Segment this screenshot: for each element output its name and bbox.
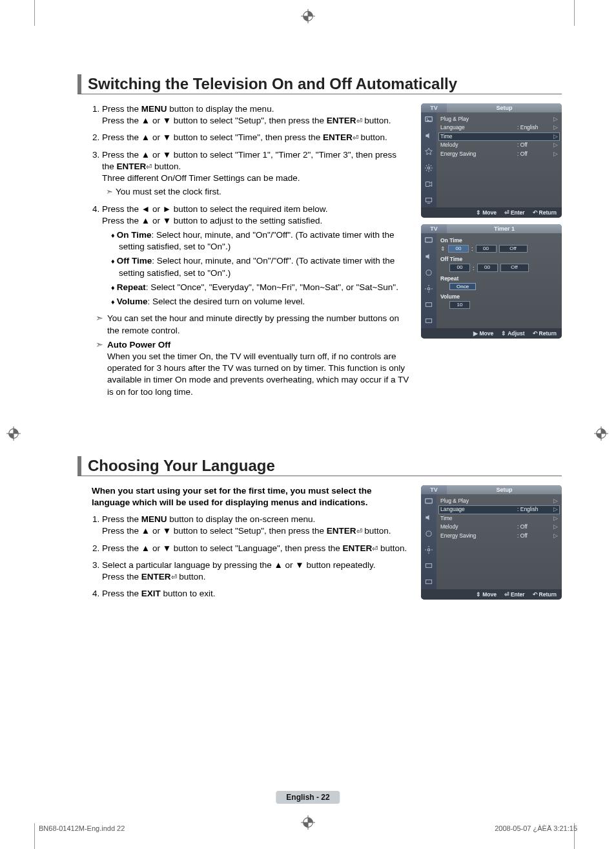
updown-icon: ⇕: [476, 591, 481, 598]
chevron-right-icon: ▷: [553, 532, 558, 540]
return-icon: ↶: [533, 330, 538, 337]
osd-repeat-field: Once: [440, 283, 558, 290]
registration-mark-icon: [301, 9, 315, 23]
osd-volume-field: 10: [440, 301, 558, 309]
picture-icon: [424, 236, 433, 245]
osd-label-off-time: Off Time: [440, 256, 558, 262]
svg-rect-11: [426, 303, 431, 307]
step4-sublist: On Time: Select hour, minute, and "On"/"…: [102, 229, 409, 308]
chevron-right-icon: ▷: [553, 116, 558, 123]
osd-row-energy-saving: Energy Saving: Off▷: [440, 150, 558, 158]
input-icon: [424, 300, 433, 309]
osd-hint-move: ▶Move: [473, 330, 493, 337]
osd-column: TV Setup Plug & Play▷: [421, 103, 562, 398]
updown-icon: ⇕: [501, 330, 506, 337]
sound-icon: [424, 131, 433, 140]
steps-list: Press the MENU button to display the men…: [92, 103, 409, 308]
enter-icon: ⏎: [504, 591, 509, 598]
osd-footer: ⇕Move ⏎Enter ↶Return: [421, 589, 562, 600]
note-direct-entry: ➣You can set the hour and minute directl…: [96, 313, 409, 336]
step-3: Select a particular language by pressing…: [102, 560, 409, 583]
step-3: Press the ▲ or ▼ button to select "Timer…: [102, 149, 409, 198]
osd-footer: ⇕Move ⏎Enter ↶Return: [421, 207, 562, 218]
input-icon: [424, 180, 433, 189]
osd-hint-enter: ⏎Enter: [504, 209, 525, 216]
osd-tv-badge: TV: [421, 224, 447, 233]
step-1: Press the MENU button to display the on-…: [102, 514, 409, 537]
svg-rect-8: [426, 238, 433, 242]
note-arrow-icon: ➣: [96, 339, 103, 351]
osd-hint-return: ↶Return: [533, 330, 557, 337]
instructions-column: When you start using your set for the fi…: [77, 485, 409, 606]
osd-main: Plug & Play▷ Language: English▷ Time▷ Me…: [436, 112, 562, 207]
enter-icon: ⏎: [146, 163, 152, 171]
osd-main: On Time ⇕ 00 : 00 Off Off Time: [436, 233, 562, 328]
svg-point-10: [427, 288, 430, 290]
setup-gear-icon: [424, 163, 433, 173]
enter-icon: ⏎: [171, 573, 177, 581]
section-lead: When you start using your set for the fi…: [92, 485, 409, 508]
osd-panel-title: Setup: [447, 485, 562, 494]
svg-rect-12: [426, 319, 431, 323]
heading-accent-bar: [77, 74, 81, 94]
chevron-right-icon: ▷: [553, 515, 558, 522]
section-heading-row: Choosing Your Language: [77, 456, 562, 476]
osd-footer: ▶Move ⇕Adjust ↶Return: [421, 328, 562, 339]
osd-onoff-value: Off: [500, 264, 529, 271]
support-icon: [424, 196, 433, 205]
osd-row-time: Time▷: [440, 514, 558, 523]
svg-point-14: [426, 531, 431, 536]
svg-point-9: [426, 270, 431, 275]
chevron-right-icon: ▷: [553, 498, 558, 505]
osd-sidebar: [421, 233, 436, 328]
osd-column: TV Setup Plug & Play▷: [421, 485, 562, 606]
steps-list: Press the MENU button to display the on-…: [92, 514, 409, 600]
svg-point-6: [427, 167, 430, 169]
enter-icon: ⏎: [356, 117, 362, 125]
crop-mark: [34, 823, 35, 849]
svg-rect-13: [426, 499, 433, 503]
step-1: Press the MENU button to display the men…: [102, 103, 409, 127]
osd-hint-return: ↶Return: [533, 209, 557, 216]
section-title: Switching the Television On and Off Auto…: [88, 75, 457, 93]
enter-icon: ⏎: [353, 134, 358, 142]
svg-point-15: [427, 549, 430, 551]
osd-row-time-highlighted: Time▷: [438, 132, 560, 141]
osd-label-repeat: Repeat: [440, 275, 558, 282]
osd-volume-value: 10: [449, 301, 470, 309]
osd-hint-move: ⇕Move: [476, 591, 497, 598]
note-clock-first: ➣You must set the clock first.: [106, 186, 409, 198]
bullet-off-time: Off Time: Select hour, minute, and "On"/…: [111, 255, 409, 278]
support-icon: [424, 578, 433, 587]
osd-sidebar: [421, 494, 436, 589]
osd-hint-enter: ⏎Enter: [504, 591, 525, 598]
osd-off-time-fields: 00 : 00 Off: [440, 264, 558, 271]
chevron-right-icon: ▷: [553, 124, 558, 131]
osd-row-language-highlighted: Language: English▷: [438, 505, 560, 514]
sound-icon: [424, 513, 433, 522]
step-4: Press the ◄ or ► button to select the re…: [102, 204, 409, 308]
input-icon: [424, 561, 433, 571]
osd-row-energy-saving: Energy Saving: Off▷: [440, 532, 558, 540]
manual-page: Switching the Television On and Off Auto…: [0, 0, 616, 849]
osd-panel-title: Timer 1: [447, 224, 562, 233]
setup-gear-icon: [424, 545, 433, 554]
picture-icon: [424, 497, 433, 506]
osd-panel-timer1: TV Timer 1 On Time: [421, 224, 562, 339]
osd-sidebar: [421, 112, 436, 207]
imprint-filename: BN68-01412M-Eng.indd 22: [39, 824, 125, 832]
return-icon: ↶: [533, 209, 538, 216]
enter-icon: ⏎: [504, 209, 509, 216]
svg-point-5: [427, 118, 428, 120]
support-icon: [424, 317, 433, 326]
step-4: Press the EXIT button to exit.: [102, 588, 409, 600]
osd-panel-setup: TV Setup Plug & Play▷: [421, 103, 562, 218]
picture-icon: [424, 115, 433, 124]
osd-minute-value: 00: [476, 245, 497, 253]
chevron-right-icon: ▷: [553, 151, 558, 158]
osd-row-melody: Melody: Off▷: [440, 523, 558, 531]
step-2: Press the ▲ or ▼ button to select "Time"…: [102, 132, 409, 143]
svg-rect-17: [426, 580, 431, 583]
bullet-on-time: On Time: Select hour, minute, and "On"/"…: [111, 229, 409, 253]
enter-icon: ⏎: [372, 545, 378, 552]
